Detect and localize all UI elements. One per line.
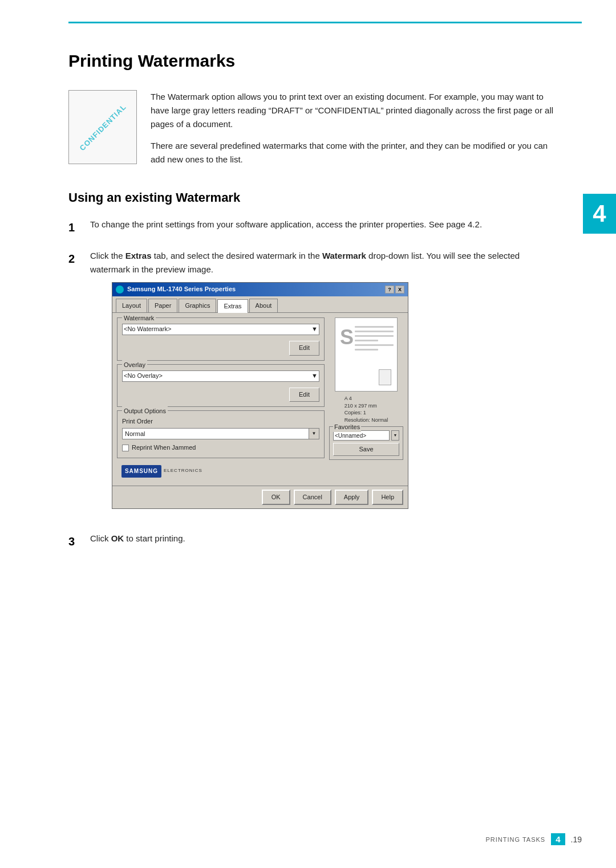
watermark-dropdown-arrow: ▼ xyxy=(311,324,318,335)
dialog-body: Watermark <No Watermark> ▼ Edit xyxy=(112,313,408,485)
dialog-ok-button[interactable]: OK xyxy=(262,490,290,506)
output-options-label: Output Options xyxy=(122,406,168,417)
footer-label: Printing Tasks xyxy=(486,836,546,843)
step-3: 3 Click OK to start printing. xyxy=(68,532,559,551)
print-order-dropdown-arrow[interactable]: ▼ xyxy=(309,428,319,439)
footer-page: .19 xyxy=(571,835,582,844)
intro-paragraph-1: The Watermark option allows you to print… xyxy=(151,90,559,131)
print-order-label: Print Order xyxy=(122,417,319,427)
dialog-app-icon xyxy=(116,286,124,294)
step-1: 1 To change the print settings from your… xyxy=(68,218,559,237)
preview-dimensions: 210 x 297 mm xyxy=(345,402,388,410)
favorites-group-label: Favorites xyxy=(333,422,361,433)
page: 4 Printing Watermarks CONFIDENTIAL The W… xyxy=(0,0,616,868)
dialog-apply-button[interactable]: Apply xyxy=(335,490,369,506)
preview-line-1 xyxy=(355,326,394,328)
step-1-text: To change the print settings from your s… xyxy=(90,219,482,229)
watermark-group: Watermark <No Watermark> ▼ Edit xyxy=(117,317,325,361)
samsung-brand: SAMSUNG xyxy=(125,467,158,476)
page-title: Printing Watermarks xyxy=(68,51,559,73)
reprint-checkbox[interactable] xyxy=(122,445,129,451)
watermark-preview-image: CONFIDENTIAL xyxy=(68,90,137,164)
preview-line-3 xyxy=(355,335,394,337)
step-3-bold-ok: OK xyxy=(111,533,124,543)
section-heading: Using an existing Watermark xyxy=(68,190,559,205)
reprint-checkbox-row: Reprint When Jammed xyxy=(122,443,319,453)
step-2: 2 Click the Extras tab, and select the d… xyxy=(68,249,559,519)
watermark-select-row: <No Watermark> ▼ xyxy=(122,324,319,335)
step-2-text-before: Click the xyxy=(90,251,125,260)
tab-about[interactable]: About xyxy=(249,299,278,313)
chapter-tab: 4 xyxy=(583,194,616,234)
preview-s-letter: S xyxy=(340,321,354,354)
overlay-dropdown-value: <No Overlay> xyxy=(124,371,163,381)
dialog-cancel-button[interactable]: Cancel xyxy=(294,490,331,506)
preview-line-6 xyxy=(355,349,378,351)
tab-layout[interactable]: Layout xyxy=(116,299,147,313)
overlay-dropdown[interactable]: <No Overlay> ▼ xyxy=(122,370,319,382)
dialog-titlebar-controls: ? X xyxy=(385,286,404,294)
samsung-logo: SAMSUNG xyxy=(121,465,161,478)
print-order-value: Normal xyxy=(125,430,145,437)
preview-lines xyxy=(355,326,394,353)
dialog-tabs: Layout Paper Graphics Extras About xyxy=(112,296,408,313)
intro-text-block: The Watermark option allows you to print… xyxy=(151,90,559,174)
preview-area: S xyxy=(335,317,398,392)
favorites-group: Favorites <Unnamed> ▼ Save xyxy=(329,426,403,461)
page-footer: Printing Tasks 4 .19 xyxy=(486,833,582,845)
confidential-watermark-text: CONFIDENTIAL xyxy=(78,102,128,152)
dialog-title: Samsung ML-1740 Series Properties xyxy=(127,284,236,295)
dialog-footer: OK Cancel Apply Help xyxy=(112,486,408,509)
overlay-select-row: <No Overlay> ▼ xyxy=(122,370,319,382)
dialog-titlebar-left: Samsung ML-1740 Series Properties xyxy=(116,284,236,295)
dialog-right-column: S A 4 xyxy=(329,317,403,480)
step-3-text-before: Click xyxy=(90,533,111,543)
printer-properties-dialog: Samsung ML-1740 Series Properties ? X La… xyxy=(112,282,408,509)
preview-copies: Copies: 1 xyxy=(345,409,388,417)
favorites-dropdown-arrow[interactable]: ▼ xyxy=(391,430,399,441)
step-2-bold-extras: Extras xyxy=(125,251,152,260)
favorites-save-button[interactable]: Save xyxy=(333,443,399,457)
watermark-group-label: Watermark xyxy=(122,313,156,324)
tab-graphics[interactable]: Graphics xyxy=(179,299,216,313)
preview-line-5 xyxy=(355,344,394,346)
intro-section: CONFIDENTIAL The Watermark option allows… xyxy=(68,90,559,174)
tab-paper[interactable]: Paper xyxy=(148,299,177,313)
watermark-dropdown-value: <No Watermark> xyxy=(124,324,171,335)
step-1-content: To change the print settings from your s… xyxy=(90,218,559,237)
preview-size: A 4 xyxy=(345,395,388,402)
overlay-edit-row: Edit xyxy=(122,384,319,402)
tab-extras[interactable]: Extras xyxy=(217,299,248,313)
step-2-number: 2 xyxy=(68,249,82,519)
dialog-close-btn[interactable]: X xyxy=(395,286,404,294)
dialog-left-column: Watermark <No Watermark> ▼ Edit xyxy=(117,317,325,480)
dialog-help-btn[interactable]: ? xyxy=(385,286,394,294)
chapter-number: 4 xyxy=(593,200,606,227)
preview-mini-box xyxy=(379,369,391,385)
output-options-group: Output Options Print Order Normal ▼ Repr xyxy=(117,410,325,458)
samsung-electronics: ELECTRONICS xyxy=(164,467,202,475)
reprint-label: Reprint When Jammed xyxy=(132,443,196,453)
print-order-dropdown[interactable]: Normal xyxy=(122,428,309,439)
step-2-text-mid: tab, and select the desired watermark in… xyxy=(152,251,322,260)
overlay-dropdown-arrow: ▼ xyxy=(311,371,318,381)
step-2-bold-watermark: Watermark xyxy=(322,251,366,260)
dialog-help-footer-button[interactable]: Help xyxy=(372,490,403,506)
preview-line-4 xyxy=(355,340,378,341)
watermark-edit-row: Edit xyxy=(122,337,319,356)
footer-chapter: 4 xyxy=(551,833,565,845)
step-2-content: Click the Extras tab, and select the des… xyxy=(90,249,559,519)
preview-info: A 4 210 x 297 mm Copies: 1 Resolution: N… xyxy=(345,395,388,423)
favorites-value: <Unnamed> xyxy=(335,433,366,439)
top-line xyxy=(68,22,582,23)
step-3-number: 3 xyxy=(68,532,82,551)
intro-paragraph-2: There are several predefined watermarks … xyxy=(151,139,559,166)
watermark-edit-button[interactable]: Edit xyxy=(289,341,319,356)
samsung-logo-area: SAMSUNG ELECTRONICS xyxy=(117,462,325,481)
dialog-titlebar: Samsung ML-1740 Series Properties ? X xyxy=(112,283,408,296)
step-3-text-after: to start printing. xyxy=(124,533,185,543)
overlay-group-label: Overlay xyxy=(122,360,147,370)
overlay-edit-button[interactable]: Edit xyxy=(289,388,319,402)
watermark-dropdown[interactable]: <No Watermark> ▼ xyxy=(122,324,319,335)
step-1-number: 1 xyxy=(68,218,82,237)
